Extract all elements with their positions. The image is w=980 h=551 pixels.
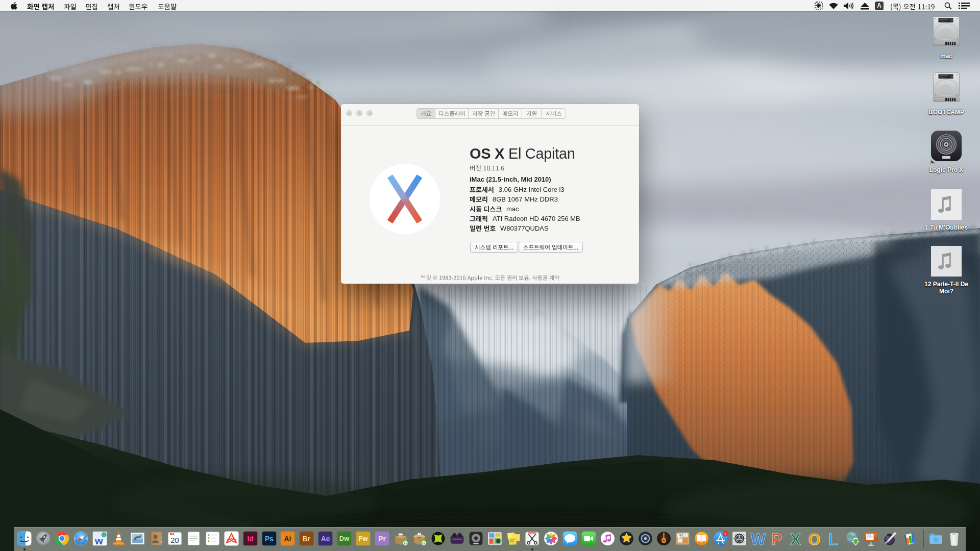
svg-text:Ps: Ps — [265, 535, 274, 543]
svg-text:Id: Id — [247, 535, 253, 543]
svg-text:Pr: Pr — [378, 535, 386, 543]
svg-text:1: 1 — [724, 532, 726, 536]
svg-text:P: P — [771, 531, 782, 546]
svg-text:W: W — [751, 531, 766, 546]
svg-text:Ae: Ae — [321, 535, 330, 543]
svg-text:O: O — [808, 531, 820, 546]
svg-text:Fw: Fw — [359, 535, 369, 542]
svg-text:G: G — [404, 541, 407, 545]
svg-text:X: X — [790, 531, 801, 546]
svg-text:G: G — [422, 541, 425, 545]
svg-text:Dw: Dw — [339, 535, 350, 542]
svg-text:Br: Br — [303, 535, 311, 543]
svg-text:20: 20 — [170, 536, 179, 544]
svg-text:Ai: Ai — [284, 535, 291, 543]
svg-text:L: L — [828, 531, 838, 546]
